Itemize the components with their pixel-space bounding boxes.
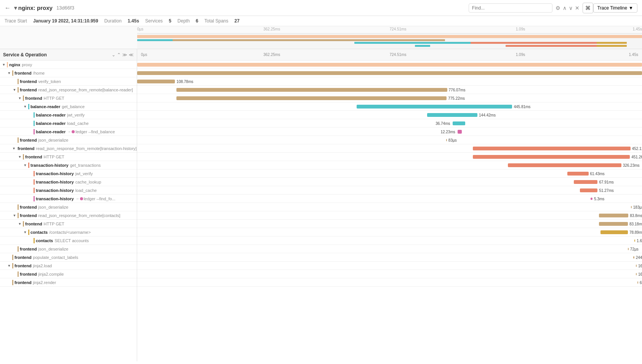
span-label-row: contactsSELECT accounts	[0, 236, 137, 245]
span-label-row: ▼frontendread_json_response_from_remote[…	[0, 144, 137, 153]
span-bar-list: 108.78ms776.07ms775.22ms445.81ms144.42ms…	[137, 61, 642, 287]
expand-icon[interactable]: ▼	[23, 104, 27, 109]
expand-icon[interactable]: ▼	[18, 96, 22, 101]
service-color-bar	[23, 154, 24, 160]
meta-bar: Trace Start January 19 2022, 14:31:10.95…	[0, 16, 642, 26]
op-name: populate_contact_labels	[33, 255, 78, 260]
span-bar	[634, 239, 635, 242]
expand-icon[interactable]: ▼	[12, 213, 17, 218]
span-bar-row: 776.07ms	[137, 86, 642, 94]
expand-icon[interactable]: ▼	[12, 88, 17, 92]
close-icon[interactable]: ✕	[575, 5, 580, 11]
service-name: transaction-history	[36, 171, 74, 176]
main-content: Service & Operation ⌄ ⌃ ≫ ≪ ▼nginxproxy▼…	[0, 49, 642, 361]
expand-all-icon[interactable]: ≫	[122, 52, 127, 57]
op-name: read_json_response_from_remote[contacts]	[38, 213, 120, 218]
trace-id: 13d66f3	[56, 5, 74, 11]
service-color-bar	[18, 204, 19, 210]
trace-timeline-button[interactable]: Trace Timeline ▼	[593, 3, 637, 13]
span-bar-row: 12.23ms	[137, 128, 642, 136]
service-name: frontend	[14, 255, 32, 260]
span-bar	[636, 265, 637, 267]
back-button[interactable]: ←	[5, 5, 11, 11]
service-color-bar	[18, 246, 19, 252]
trace-timeline-label: Trace Timeline	[597, 5, 627, 11]
service-name: frontend	[18, 146, 35, 151]
op-name: jinja2.compile	[38, 272, 64, 276]
op-name: jinja2.load	[33, 263, 52, 268]
span-bar	[473, 147, 630, 150]
span-bar-row: 16.01ms	[137, 270, 642, 278]
trace-start-label: Trace Start	[5, 18, 27, 24]
service-color-bar	[34, 188, 35, 193]
span-bar	[580, 188, 597, 192]
ledger-dot	[80, 197, 83, 200]
duration-label: 78.89ms	[629, 230, 642, 234]
collapse-icon[interactable]: ▼	[13, 5, 18, 11]
trace-title: nginx: proxy 13d66f3	[18, 5, 74, 11]
service-color-bar	[23, 96, 24, 101]
span-bar-row	[137, 61, 642, 69]
duration-label: Duration	[104, 18, 122, 24]
expand-icon[interactable]: ▼	[12, 146, 16, 151]
span-label-row: ▼frontendHTTP GET	[0, 153, 137, 161]
span-label-row: ▼frontendread_json_response_from_remote[…	[0, 86, 137, 94]
span-bar	[599, 222, 628, 226]
trace-start-value: January 19 2022, 14:31:10.959	[33, 18, 98, 24]
service-color-bar	[7, 62, 8, 67]
op-name: load_cache	[67, 121, 88, 126]
op-name: verify_token	[38, 79, 61, 84]
span-label-row: ▼frontend/home	[0, 69, 137, 77]
tick-2: 724.51ms	[390, 53, 407, 57]
cmd-button[interactable]: ⌘	[583, 3, 593, 13]
span-bar	[137, 80, 175, 83]
op-name: jwt_verify	[67, 113, 85, 117]
service-name: frontend	[14, 263, 32, 268]
total-spans-value: 27	[234, 18, 239, 24]
expand-icon[interactable]: ▼	[7, 263, 11, 268]
span-bar-row: 6.56ms	[137, 278, 642, 287]
expand-icon[interactable]: ▼	[2, 62, 6, 67]
service-color-bar	[34, 196, 35, 201]
span-bar	[446, 139, 447, 141]
duration-label: 83.18ms	[629, 222, 642, 226]
service-name: contacts	[36, 238, 53, 243]
span-label-row: transaction-history→ledger --find_fo...	[0, 195, 137, 203]
expand-icon[interactable]: ▼	[18, 155, 22, 159]
span-bar	[637, 281, 638, 284]
expand-icon[interactable]: ▼	[23, 230, 27, 235]
service-name: transaction-history	[36, 196, 74, 201]
header-icons: ⚙ ∧ ∨ ✕	[556, 5, 580, 11]
expand-icon[interactable]: ▼	[18, 222, 22, 226]
search-input[interactable]	[469, 3, 552, 13]
service-name: balance-reader	[36, 113, 66, 117]
down-icon[interactable]: ∨	[569, 5, 573, 11]
up-icon[interactable]: ∧	[563, 5, 567, 11]
duration-label: 244µs	[636, 255, 642, 259]
service-name: frontend	[14, 280, 32, 285]
expand-icon[interactable]: ▼	[7, 71, 11, 75]
op-name: read_json_response_from_remote[transacti…	[36, 146, 137, 151]
service-color-bar	[34, 129, 35, 134]
service-name: frontend	[20, 79, 37, 84]
span-label-row: ▼frontendjinja2.load	[0, 262, 137, 270]
op-name: jinja2.render	[33, 280, 56, 285]
expand-icon[interactable]: ▼	[23, 163, 27, 168]
service-color-bar	[34, 171, 35, 176]
span-bar-row: 108.78ms	[137, 77, 642, 86]
span-bar-row: 1.66ms	[137, 236, 642, 245]
span-bar	[473, 155, 630, 159]
settings-icon[interactable]: ⚙	[556, 5, 560, 11]
op-name: ledger --find_balance	[75, 129, 115, 134]
tick-0: 0µs	[141, 53, 147, 57]
collapse-all-icon[interactable]: ⌄	[112, 52, 115, 57]
duration-label: 776.07ms	[449, 88, 466, 92]
service-name: frontend	[25, 222, 42, 226]
service-name: balance-reader	[36, 121, 66, 126]
service-name: frontend	[20, 88, 37, 92]
services-value: 5	[169, 18, 171, 24]
collapse-all-down-icon[interactable]: ≪	[129, 52, 134, 57]
tick-1: 362.25ms	[263, 53, 280, 57]
expand-icon[interactable]: ⌃	[117, 52, 121, 57]
op-name: cache_lookup	[75, 180, 101, 184]
